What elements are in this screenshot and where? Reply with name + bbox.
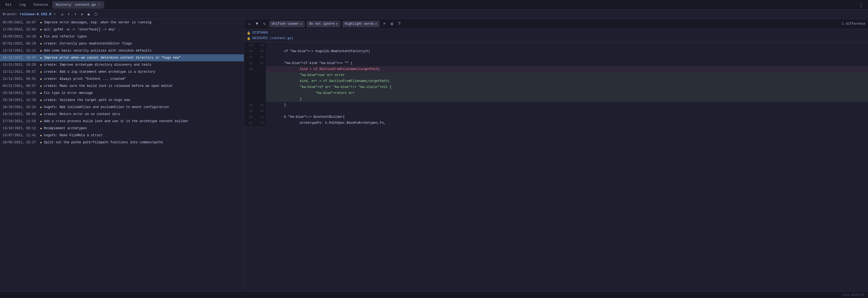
commit-row[interactable]: 13/10/2021, 08:12◆Reimplement archetypes bbox=[0, 125, 244, 132]
diff-code-line: cf "kw-blue">:= hugolib.NewContentFactor… bbox=[266, 48, 868, 54]
pull-icon[interactable]: ⬇ bbox=[73, 11, 78, 17]
diff-edit-button[interactable]: ✎ bbox=[262, 21, 267, 27]
line-num-right: 70 bbox=[255, 114, 266, 120]
main-area: 02/05/2022, 16:07◆Improve error messages… bbox=[0, 19, 868, 292]
line-num-right: 71 bbox=[255, 120, 266, 126]
commit-row[interactable]: 17/03/2022, 22:03◆all: gofmt -w -r 'inte… bbox=[0, 26, 244, 33]
commit-row[interactable]: 04/11/2021, 08:57◆create: Make sure the … bbox=[0, 83, 244, 90]
line-num-right bbox=[255, 96, 266, 102]
ignore-select-caret: ▾ bbox=[336, 22, 338, 26]
commit-message: create: Improve archetype directory disc… bbox=[44, 63, 151, 67]
diff-line: 6670 b "kw-blue">:= &contentBuilder{ bbox=[244, 114, 868, 120]
diff-line: } bbox=[244, 96, 868, 102]
push-icon[interactable]: ⬆ bbox=[66, 11, 71, 17]
commit-row[interactable]: 02/05/2022, 16:07◆Improve error messages… bbox=[0, 19, 244, 26]
line-num-right bbox=[255, 66, 266, 72]
commit-row[interactable]: 18/06/2021, 10:27◆Split out the puthe pa… bbox=[0, 139, 244, 146]
commit-date: 12/11/2021, 09:51 bbox=[3, 77, 38, 81]
commit-row[interactable]: 12/11/2021, 09:51◆create: Always print "… bbox=[0, 76, 244, 83]
commit-dot-icon: ◆ bbox=[40, 106, 42, 109]
diff-line: kind, err = cf.SectionFromFilename(targe… bbox=[244, 78, 868, 84]
line-numbers bbox=[244, 84, 266, 90]
diff-count: 1 difference bbox=[842, 22, 865, 26]
line-num-left bbox=[244, 72, 255, 78]
diff-line: 6060 cf "kw-blue">:= hugolib.NewContentF… bbox=[244, 48, 868, 54]
tab-more-button[interactable]: ⋮ bbox=[857, 2, 866, 8]
refresh-icon[interactable]: ↺ bbox=[60, 11, 64, 17]
line-num-left: 65 bbox=[244, 108, 255, 114]
github-icon[interactable]: ⬡ bbox=[93, 11, 98, 17]
commit-message: Improve error when we cannot determine c… bbox=[44, 56, 181, 60]
status-text: CSDN @码界创航 bbox=[842, 293, 865, 297]
commit-row[interactable]: 25/10/2021, 22:35◆Fix typo in error mess… bbox=[0, 90, 244, 97]
commit-message: Add some basic security policies with se… bbox=[44, 49, 151, 53]
commit-message: Fix typo in error message bbox=[44, 91, 93, 95]
commit-row[interactable]: 15/11/2021, 10:25◆Improve error when we … bbox=[0, 54, 244, 61]
diff-toolbar: ▲ ▼ ✎ Unified viewer ▾ Do not ignore ▾ H… bbox=[244, 19, 868, 29]
commit-date: 15/11/2021, 10:25 bbox=[3, 56, 38, 60]
tab-git[interactable]: Git bbox=[2, 1, 15, 9]
commit-date: 25/10/2021, 22:35 bbox=[3, 91, 38, 95]
ignore-select-label: Do not ignore bbox=[309, 22, 335, 26]
commit-row[interactable]: 13/07/2021, 11:41◆hugofs: Make FileMeta … bbox=[0, 132, 244, 139]
commit-date: 25/10/2021, 12:28 bbox=[3, 98, 38, 102]
line-num-left: 61 bbox=[244, 54, 255, 60]
tab-bar: Git Log Console History: content.go × ⋮ bbox=[0, 0, 868, 10]
diff-line: 6569 bbox=[244, 108, 868, 114]
commit-dot-icon: ◆ bbox=[40, 28, 42, 31]
line-num-left: 67 bbox=[244, 120, 255, 126]
commit-row[interactable]: 19/10/2021, 08:08◆create: Return error o… bbox=[0, 111, 244, 118]
highlight-select-caret: ▾ bbox=[375, 22, 377, 26]
line-num-right: 61 bbox=[255, 54, 266, 60]
diff-close-button[interactable]: × bbox=[382, 21, 387, 27]
tab-close-button[interactable]: × bbox=[98, 3, 101, 6]
commit-date: 13/07/2021, 11:41 bbox=[3, 133, 38, 137]
commit-date: 16/10/2021, 16:24 bbox=[3, 105, 38, 109]
commit-row[interactable]: 16/10/2021, 16:24◆hugofs: Add includeFil… bbox=[0, 104, 244, 111]
line-num-left bbox=[244, 78, 255, 84]
branch-actions: ↺ ⬆ ⬇ ⇄ ◉ ⬡ bbox=[60, 11, 98, 17]
fetch-icon[interactable]: ⇄ bbox=[80, 11, 84, 17]
viewer-select[interactable]: Unified viewer ▾ bbox=[269, 21, 305, 27]
diff-line: 63 kind = cf.SectionFromFilename(targetP… bbox=[244, 66, 868, 72]
line-numbers: 63 bbox=[244, 66, 266, 72]
diff-line: 6262 "kw-blue">if kind "kw-blue">== "" { bbox=[244, 60, 868, 66]
git-log-panel: 02/05/2022, 16:07◆Improve error messages… bbox=[0, 19, 244, 292]
commit-message: Improve error messages, esp. when the se… bbox=[44, 21, 151, 24]
diff-panel: ▲ ▼ ✎ Unified viewer ▾ Do not ignore ▾ H… bbox=[244, 19, 868, 292]
commit-row[interactable]: 12/11/2021, 10:29◆create: Improve archet… bbox=[0, 61, 244, 68]
commit-dot-icon: ◆ bbox=[40, 98, 42, 102]
lock-icon-old: 🔒 bbox=[247, 31, 251, 35]
commit-row[interactable]: 12/12/2021, 12:11◆Add some basic securit… bbox=[0, 47, 244, 54]
branch-name[interactable]: release-0.102.0 bbox=[20, 12, 52, 16]
help-icon[interactable]: ? bbox=[397, 21, 402, 27]
diff-line: 5959 bbox=[244, 42, 868, 48]
tab-console[interactable]: Console bbox=[30, 1, 52, 9]
diff-code-line: "kw-blue">return err bbox=[266, 90, 868, 96]
commit-dot-icon: ◆ bbox=[40, 113, 42, 116]
commit-row[interactable]: 12/11/2021, 09:57◆create: Add a log stat… bbox=[0, 68, 244, 76]
diff-code-line: "kw-blue">if kind "kw-blue">== "" { bbox=[266, 60, 868, 66]
line-num-right bbox=[255, 90, 266, 96]
diff-down-button[interactable]: ▼ bbox=[254, 21, 260, 27]
commit-row[interactable]: 17/10/2021, 11:54◆Add a cross process bu… bbox=[0, 118, 244, 125]
file-hash-new: 🔒 b8155452 (content.go) bbox=[247, 35, 865, 41]
diff-content: 59596060 cf "kw-blue">:= hugolib.NewCont… bbox=[244, 42, 868, 292]
highlight-select[interactable]: Highlight words ▾ bbox=[342, 21, 379, 27]
branch-close-button[interactable]: × bbox=[54, 12, 56, 16]
diff-line: "kw-blue">if err "kw-blue">!= "kw-italic… bbox=[244, 84, 868, 90]
commit-row[interactable]: 07/01/2022, 06:19◆create: Correctly pass… bbox=[0, 40, 244, 47]
diff-up-button[interactable]: ▲ bbox=[247, 21, 252, 27]
ignore-select[interactable]: Do not ignore ▾ bbox=[307, 21, 340, 27]
commit-row[interactable]: 10/03/2022, 14:10◆Fix and refactor typos bbox=[0, 33, 244, 40]
tab-log[interactable]: Log bbox=[16, 1, 29, 9]
commit-message: Reimplement archetypes bbox=[44, 126, 87, 130]
file-hash-old: 🔒 5f3f6089 bbox=[247, 30, 865, 35]
settings-icon[interactable]: ⚙ bbox=[389, 21, 395, 27]
eye-icon[interactable]: ◉ bbox=[87, 11, 91, 17]
diff-code-line: "kw-blue">var err error bbox=[266, 72, 868, 78]
commit-message: Split out the puthe path/filepath functi… bbox=[44, 141, 163, 144]
commit-row[interactable]: 25/10/2021, 12:28◆create: Validate the t… bbox=[0, 97, 244, 104]
tab-history[interactable]: History: content.go × bbox=[52, 1, 104, 9]
line-numbers: 6060 bbox=[244, 48, 266, 54]
